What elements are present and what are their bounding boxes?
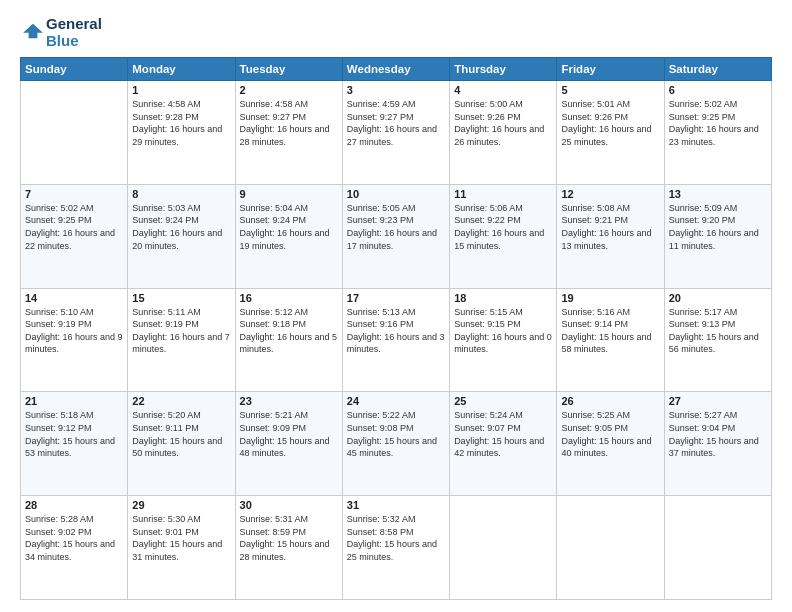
day-info: Sunrise: 5:27 AMSunset: 9:04 PMDaylight:… [669,409,767,459]
calendar-cell: 21 Sunrise: 5:18 AMSunset: 9:12 PMDaylig… [21,392,128,496]
calendar-header-row: SundayMondayTuesdayWednesdayThursdayFrid… [21,58,772,81]
day-info: Sunrise: 5:28 AMSunset: 9:02 PMDaylight:… [25,513,123,563]
calendar-cell [450,496,557,600]
calendar-week-row: 7 Sunrise: 5:02 AMSunset: 9:25 PMDayligh… [21,184,772,288]
calendar-cell: 5 Sunrise: 5:01 AMSunset: 9:26 PMDayligh… [557,81,664,185]
calendar-cell: 22 Sunrise: 5:20 AMSunset: 9:11 PMDaylig… [128,392,235,496]
day-number: 28 [25,499,123,511]
calendar-cell: 30 Sunrise: 5:31 AMSunset: 8:59 PMDaylig… [235,496,342,600]
day-info: Sunrise: 5:01 AMSunset: 9:26 PMDaylight:… [561,98,659,148]
day-info: Sunrise: 5:09 AMSunset: 9:20 PMDaylight:… [669,202,767,252]
weekday-header: Thursday [450,58,557,81]
day-info: Sunrise: 5:05 AMSunset: 9:23 PMDaylight:… [347,202,445,252]
day-number: 10 [347,188,445,200]
day-info: Sunrise: 5:31 AMSunset: 8:59 PMDaylight:… [240,513,338,563]
svg-marker-0 [23,23,43,37]
day-number: 15 [132,292,230,304]
calendar-cell: 8 Sunrise: 5:03 AMSunset: 9:24 PMDayligh… [128,184,235,288]
day-number: 4 [454,84,552,96]
day-info: Sunrise: 5:18 AMSunset: 9:12 PMDaylight:… [25,409,123,459]
calendar-cell: 27 Sunrise: 5:27 AMSunset: 9:04 PMDaylig… [664,392,771,496]
day-number: 25 [454,395,552,407]
day-info: Sunrise: 5:24 AMSunset: 9:07 PMDaylight:… [454,409,552,459]
day-info: Sunrise: 4:58 AMSunset: 9:28 PMDaylight:… [132,98,230,148]
day-info: Sunrise: 5:16 AMSunset: 9:14 PMDaylight:… [561,306,659,356]
day-number: 20 [669,292,767,304]
calendar-cell: 3 Sunrise: 4:59 AMSunset: 9:27 PMDayligh… [342,81,449,185]
day-info: Sunrise: 5:13 AMSunset: 9:16 PMDaylight:… [347,306,445,356]
day-info: Sunrise: 5:15 AMSunset: 9:15 PMDaylight:… [454,306,552,356]
day-info: Sunrise: 5:03 AMSunset: 9:24 PMDaylight:… [132,202,230,252]
day-number: 17 [347,292,445,304]
calendar-cell: 18 Sunrise: 5:15 AMSunset: 9:15 PMDaylig… [450,288,557,392]
logo-icon [22,22,44,40]
day-number: 30 [240,499,338,511]
day-number: 29 [132,499,230,511]
day-number: 3 [347,84,445,96]
calendar-cell: 7 Sunrise: 5:02 AMSunset: 9:25 PMDayligh… [21,184,128,288]
day-number: 21 [25,395,123,407]
calendar-cell: 31 Sunrise: 5:32 AMSunset: 8:58 PMDaylig… [342,496,449,600]
day-info: Sunrise: 4:58 AMSunset: 9:27 PMDaylight:… [240,98,338,148]
day-number: 16 [240,292,338,304]
calendar-cell [557,496,664,600]
day-number: 5 [561,84,659,96]
calendar-cell: 4 Sunrise: 5:00 AMSunset: 9:26 PMDayligh… [450,81,557,185]
day-info: Sunrise: 5:00 AMSunset: 9:26 PMDaylight:… [454,98,552,148]
logo-text: General Blue [46,16,102,49]
calendar-cell: 2 Sunrise: 4:58 AMSunset: 9:27 PMDayligh… [235,81,342,185]
calendar-cell: 20 Sunrise: 5:17 AMSunset: 9:13 PMDaylig… [664,288,771,392]
day-number: 1 [132,84,230,96]
calendar-cell: 16 Sunrise: 5:12 AMSunset: 9:18 PMDaylig… [235,288,342,392]
day-number: 27 [669,395,767,407]
calendar-table: SundayMondayTuesdayWednesdayThursdayFrid… [20,57,772,600]
day-number: 12 [561,188,659,200]
day-number: 14 [25,292,123,304]
calendar-week-row: 1 Sunrise: 4:58 AMSunset: 9:28 PMDayligh… [21,81,772,185]
day-info: Sunrise: 5:22 AMSunset: 9:08 PMDaylight:… [347,409,445,459]
day-info: Sunrise: 5:04 AMSunset: 9:24 PMDaylight:… [240,202,338,252]
calendar-cell: 23 Sunrise: 5:21 AMSunset: 9:09 PMDaylig… [235,392,342,496]
day-number: 2 [240,84,338,96]
day-info: Sunrise: 5:21 AMSunset: 9:09 PMDaylight:… [240,409,338,459]
weekday-header: Sunday [21,58,128,81]
day-number: 19 [561,292,659,304]
calendar-cell: 17 Sunrise: 5:13 AMSunset: 9:16 PMDaylig… [342,288,449,392]
day-number: 13 [669,188,767,200]
calendar-cell: 19 Sunrise: 5:16 AMSunset: 9:14 PMDaylig… [557,288,664,392]
day-number: 22 [132,395,230,407]
day-number: 23 [240,395,338,407]
day-info: Sunrise: 5:11 AMSunset: 9:19 PMDaylight:… [132,306,230,356]
calendar-cell: 24 Sunrise: 5:22 AMSunset: 9:08 PMDaylig… [342,392,449,496]
day-number: 7 [25,188,123,200]
weekday-header: Monday [128,58,235,81]
day-info: Sunrise: 5:32 AMSunset: 8:58 PMDaylight:… [347,513,445,563]
day-number: 31 [347,499,445,511]
day-number: 8 [132,188,230,200]
day-number: 24 [347,395,445,407]
day-info: Sunrise: 4:59 AMSunset: 9:27 PMDaylight:… [347,98,445,148]
day-number: 6 [669,84,767,96]
calendar-cell: 28 Sunrise: 5:28 AMSunset: 9:02 PMDaylig… [21,496,128,600]
header: General Blue [20,16,772,49]
day-info: Sunrise: 5:12 AMSunset: 9:18 PMDaylight:… [240,306,338,356]
weekday-header: Friday [557,58,664,81]
calendar-cell [21,81,128,185]
calendar-cell: 10 Sunrise: 5:05 AMSunset: 9:23 PMDaylig… [342,184,449,288]
calendar-cell: 13 Sunrise: 5:09 AMSunset: 9:20 PMDaylig… [664,184,771,288]
calendar-cell: 11 Sunrise: 5:06 AMSunset: 9:22 PMDaylig… [450,184,557,288]
page: General Blue SundayMondayTuesdayWednesda… [0,0,792,612]
calendar-cell: 9 Sunrise: 5:04 AMSunset: 9:24 PMDayligh… [235,184,342,288]
day-info: Sunrise: 5:20 AMSunset: 9:11 PMDaylight:… [132,409,230,459]
day-number: 11 [454,188,552,200]
calendar-cell: 14 Sunrise: 5:10 AMSunset: 9:19 PMDaylig… [21,288,128,392]
calendar-week-row: 28 Sunrise: 5:28 AMSunset: 9:02 PMDaylig… [21,496,772,600]
weekday-header: Wednesday [342,58,449,81]
day-number: 18 [454,292,552,304]
calendar-cell: 25 Sunrise: 5:24 AMSunset: 9:07 PMDaylig… [450,392,557,496]
calendar-cell: 6 Sunrise: 5:02 AMSunset: 9:25 PMDayligh… [664,81,771,185]
day-info: Sunrise: 5:10 AMSunset: 9:19 PMDaylight:… [25,306,123,356]
day-info: Sunrise: 5:02 AMSunset: 9:25 PMDaylight:… [25,202,123,252]
calendar-cell: 15 Sunrise: 5:11 AMSunset: 9:19 PMDaylig… [128,288,235,392]
day-info: Sunrise: 5:30 AMSunset: 9:01 PMDaylight:… [132,513,230,563]
